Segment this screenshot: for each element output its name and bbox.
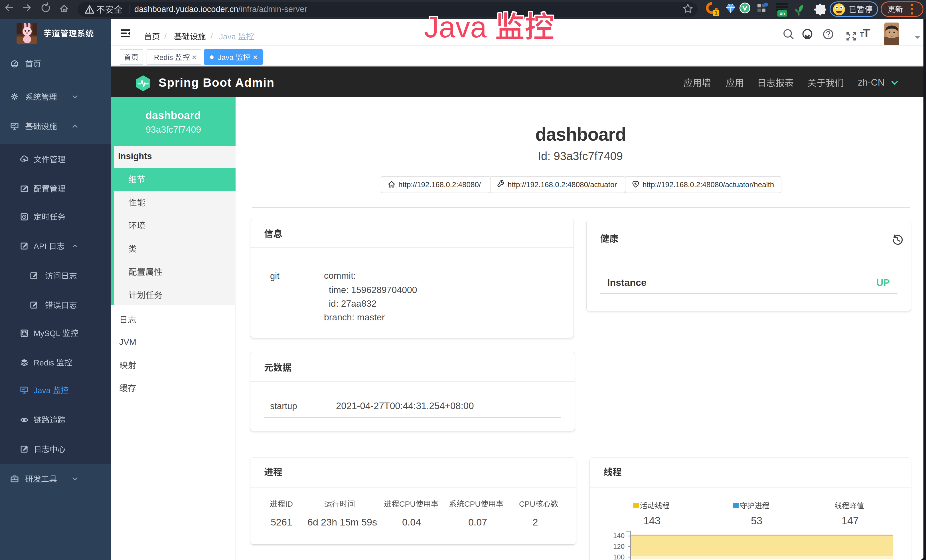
svg-text:T: T bbox=[860, 31, 864, 38]
svg-text:1: 1 bbox=[715, 10, 717, 16]
svg-text:on: on bbox=[780, 11, 785, 16]
